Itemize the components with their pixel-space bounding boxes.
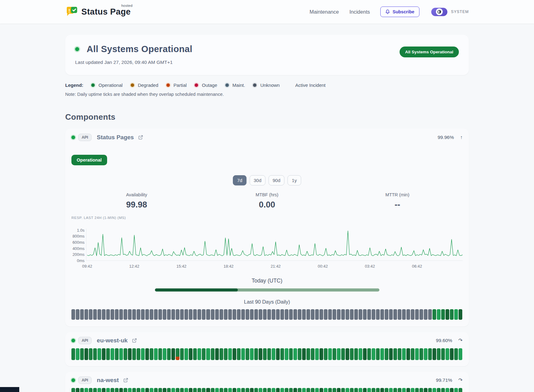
uptime-tick[interactable] bbox=[350, 388, 354, 392]
uptime-tick[interactable] bbox=[393, 388, 397, 392]
uptime-tick[interactable] bbox=[372, 388, 375, 392]
uptime-tick[interactable] bbox=[180, 388, 184, 392]
uptime-tick[interactable] bbox=[76, 348, 79, 360]
uptime-tick[interactable] bbox=[389, 348, 393, 360]
uptime-tick[interactable] bbox=[76, 309, 79, 320]
uptime-tick[interactable] bbox=[272, 348, 275, 360]
uptime-tick[interactable] bbox=[228, 388, 232, 392]
external-link-icon[interactable] bbox=[132, 338, 137, 343]
uptime-tick[interactable] bbox=[189, 388, 192, 392]
uptime-tick[interactable] bbox=[141, 309, 145, 320]
uptime-tick[interactable] bbox=[158, 388, 162, 392]
uptime-tick[interactable] bbox=[97, 348, 101, 360]
uptime-tick[interactable] bbox=[111, 309, 114, 320]
uptime-tick[interactable] bbox=[250, 348, 254, 360]
uptime-tick[interactable] bbox=[263, 388, 267, 392]
uptime-tick[interactable] bbox=[115, 388, 119, 392]
range-button-1y[interactable]: 1y bbox=[287, 175, 301, 185]
uptime-tick[interactable] bbox=[341, 348, 345, 360]
uptime-tick[interactable] bbox=[206, 309, 210, 320]
uptime-tick[interactable] bbox=[219, 348, 223, 360]
uptime-tick[interactable] bbox=[446, 388, 449, 392]
uptime-tick[interactable] bbox=[293, 309, 297, 320]
uptime-tick[interactable] bbox=[354, 348, 358, 360]
uptime-tick[interactable] bbox=[346, 348, 349, 360]
uptime-tick[interactable] bbox=[359, 309, 362, 320]
uptime-tick[interactable] bbox=[367, 309, 371, 320]
uptime-tick[interactable] bbox=[432, 388, 436, 392]
collapse-icon[interactable]: ↷ bbox=[459, 337, 463, 343]
uptime-tick[interactable] bbox=[141, 348, 145, 360]
uptime-tick[interactable] bbox=[411, 309, 414, 320]
uptime-tick[interactable] bbox=[450, 388, 454, 392]
uptime-tick[interactable] bbox=[398, 348, 401, 360]
uptime-tick[interactable] bbox=[293, 388, 297, 392]
uptime-tick[interactable] bbox=[376, 388, 380, 392]
external-link-icon[interactable] bbox=[123, 378, 128, 383]
uptime-tick[interactable] bbox=[359, 348, 362, 360]
uptime-tick[interactable] bbox=[424, 309, 428, 320]
range-button-7d[interactable]: 7d bbox=[233, 175, 247, 185]
uptime-tick[interactable] bbox=[267, 388, 271, 392]
uptime-tick[interactable] bbox=[406, 309, 410, 320]
uptime-tick[interactable] bbox=[206, 348, 210, 360]
uptime-tick[interactable] bbox=[428, 348, 432, 360]
uptime-tick[interactable] bbox=[246, 348, 249, 360]
external-link-icon[interactable] bbox=[138, 135, 143, 140]
uptime-tick[interactable] bbox=[298, 348, 301, 360]
uptime-tick[interactable] bbox=[324, 309, 328, 320]
uptime-tick[interactable] bbox=[411, 388, 414, 392]
uptime-tick[interactable] bbox=[302, 348, 306, 360]
uptime-tick[interactable] bbox=[415, 348, 419, 360]
uptime-tick[interactable] bbox=[406, 348, 410, 360]
uptime-tick[interactable] bbox=[106, 388, 110, 392]
uptime-tick[interactable] bbox=[219, 388, 223, 392]
uptime-tick[interactable] bbox=[197, 348, 201, 360]
uptime-tick[interactable] bbox=[419, 388, 423, 392]
uptime-tick[interactable] bbox=[115, 348, 119, 360]
uptime-tick[interactable] bbox=[215, 348, 219, 360]
uptime-tick[interactable] bbox=[93, 309, 97, 320]
uptime-tick[interactable] bbox=[450, 309, 454, 320]
uptime-tick[interactable] bbox=[380, 309, 384, 320]
uptime-tick[interactable] bbox=[102, 309, 106, 320]
uptime-tick[interactable] bbox=[441, 348, 445, 360]
uptime-tick[interactable] bbox=[137, 388, 140, 392]
uptime-tick[interactable] bbox=[415, 388, 419, 392]
uptime-tick[interactable] bbox=[119, 309, 123, 320]
uptime-tick[interactable] bbox=[189, 348, 192, 360]
uptime-tick[interactable] bbox=[302, 309, 306, 320]
uptime-tick[interactable] bbox=[202, 309, 206, 320]
uptime-tick[interactable] bbox=[246, 309, 249, 320]
uptime-tick[interactable] bbox=[97, 309, 101, 320]
uptime-tick[interactable] bbox=[293, 348, 297, 360]
uptime-tick[interactable] bbox=[163, 388, 166, 392]
uptime-tick[interactable] bbox=[106, 348, 110, 360]
uptime-tick[interactable] bbox=[233, 348, 236, 360]
uptime-tick[interactable] bbox=[237, 348, 241, 360]
uptime-tick[interactable] bbox=[228, 348, 232, 360]
range-button-90d[interactable]: 90d bbox=[269, 175, 284, 185]
uptime-tick[interactable] bbox=[119, 388, 123, 392]
uptime-tick[interactable] bbox=[454, 309, 458, 320]
uptime-tick[interactable] bbox=[324, 388, 328, 392]
uptime-tick[interactable] bbox=[167, 388, 171, 392]
uptime-tick[interactable] bbox=[93, 348, 97, 360]
uptime-tick[interactable] bbox=[254, 348, 258, 360]
uptime-tick[interactable] bbox=[411, 348, 414, 360]
uptime-tick[interactable] bbox=[450, 348, 454, 360]
uptime-tick[interactable] bbox=[385, 348, 388, 360]
uptime-tick[interactable] bbox=[454, 348, 458, 360]
nav-incidents[interactable]: Incidents bbox=[349, 9, 370, 15]
uptime-tick[interactable] bbox=[311, 348, 315, 360]
uptime-tick[interactable] bbox=[102, 388, 106, 392]
collapse-icon[interactable]: ↑ bbox=[460, 135, 463, 140]
uptime-tick[interactable] bbox=[367, 348, 371, 360]
uptime-tick[interactable] bbox=[315, 388, 319, 392]
uptime-tick[interactable] bbox=[145, 309, 149, 320]
uptime-tick[interactable] bbox=[402, 309, 406, 320]
uptime-tick[interactable] bbox=[150, 309, 153, 320]
uptime-tick[interactable] bbox=[424, 348, 428, 360]
uptime-tick[interactable] bbox=[254, 388, 258, 392]
uptime-tick[interactable] bbox=[150, 348, 153, 360]
